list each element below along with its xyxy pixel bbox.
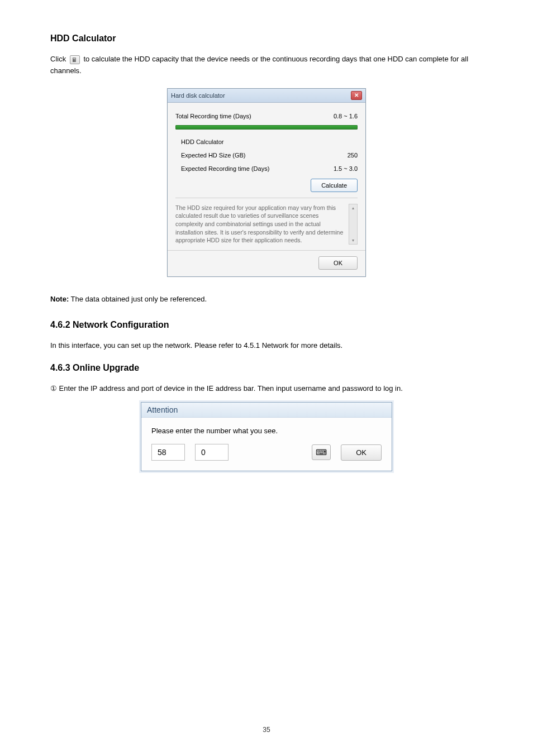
total-recording-value: 0.8 ~ 1.6: [334, 113, 358, 119]
note-text: The data obtained just only be reference…: [69, 295, 207, 303]
scroll-down-icon[interactable]: ▾: [352, 238, 354, 243]
progress-bar: [175, 125, 358, 130]
intro-paragraph: Click to calculate the HDD capacity that…: [50, 54, 483, 77]
online-upgrade-heading: 4.6.3 Online Upgrade: [50, 363, 483, 373]
hdd-calculator-dialog: Hard disk calculator ✕ Total Recording t…: [167, 88, 366, 277]
attention-titlebar[interactable]: Attention: [141, 403, 392, 418]
hdd-calculator-heading: HDD Calculator: [50, 34, 483, 44]
expected-recording-days-label: Expected Recording time (Days): [181, 165, 269, 172]
expected-hd-size-label: Expected HD Size (GB): [181, 152, 246, 159]
attention-title: Attention: [147, 405, 178, 414]
scrollbar[interactable]: ▴ ▾: [349, 204, 358, 245]
hdd-disclaimer-text: The HDD size required for your applicati…: [175, 204, 346, 245]
intro-text-1: Click: [50, 55, 68, 63]
hdd-calc-subheading: HDD Calculator: [181, 138, 223, 145]
expected-hd-size-value: 250: [348, 152, 358, 159]
hdd-dialog-titlebar[interactable]: Hard disk calculator ✕: [168, 89, 365, 103]
attention-dialog: Attention Please enter the number what y…: [141, 402, 392, 471]
network-config-text: In this interface, you can set up the ne…: [50, 340, 483, 352]
online-upgrade-step: ① Enter the IP address and port of devic…: [50, 383, 483, 395]
note-paragraph: Note: The data obtained just only be ref…: [50, 294, 483, 305]
hdd-ok-button[interactable]: OK: [318, 256, 358, 270]
keyboard-icon[interactable]: ⌨: [312, 444, 331, 460]
page-number: 35: [0, 726, 533, 734]
attention-prompt: Please enter the number what you see.: [151, 427, 382, 435]
close-icon[interactable]: ✕: [351, 91, 362, 100]
captcha-input[interactable]: 0: [195, 444, 229, 461]
expected-recording-days-value: 1.5 ~ 3.0: [334, 165, 358, 172]
captcha-display: 58: [151, 444, 185, 461]
note-label: Note:: [50, 295, 69, 303]
network-config-heading: 4.6.2 Network Configuration: [50, 320, 483, 330]
intro-text-2: to calculate the HDD capacity that the d…: [50, 55, 468, 75]
calculator-icon: [70, 55, 80, 64]
scroll-up-icon[interactable]: ▴: [352, 205, 354, 210]
total-recording-label: Total Recording time (Days): [175, 113, 251, 119]
attention-ok-button[interactable]: OK: [341, 444, 382, 461]
hdd-dialog-title: Hard disk calculator: [171, 92, 225, 99]
calculate-button[interactable]: Calculate: [311, 179, 358, 192]
